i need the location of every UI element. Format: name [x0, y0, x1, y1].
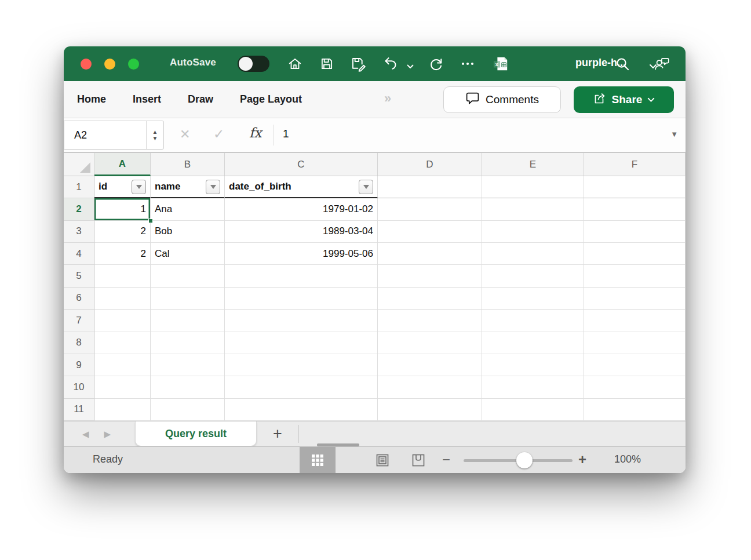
row-header-5[interactable]: 5 — [64, 265, 94, 287]
cell-F6[interactable] — [584, 288, 686, 310]
cell-A9[interactable] — [94, 354, 151, 376]
column-header-D[interactable]: D — [378, 153, 482, 176]
cell-D9[interactable] — [378, 354, 482, 376]
cell-C8[interactable] — [225, 332, 378, 354]
normal-view-button[interactable] — [300, 447, 336, 473]
sheet-tab-query-result[interactable]: Query result — [135, 421, 257, 446]
cell-A10[interactable] — [94, 376, 151, 398]
column-header-A[interactable]: A — [94, 153, 151, 176]
save-icon[interactable] — [319, 56, 335, 72]
cell-A8[interactable] — [94, 332, 151, 354]
row-header-1[interactable]: 1 — [64, 176, 94, 198]
zoom-out-button[interactable]: − — [442, 452, 450, 468]
row-header-11[interactable]: 11 — [64, 399, 94, 421]
tab-page-layout[interactable]: Page Layout — [240, 93, 302, 106]
minimize-window-button[interactable] — [104, 59, 115, 70]
cell-C2[interactable]: 1979-01-02 — [225, 198, 378, 220]
row-header-6[interactable]: 6 — [64, 288, 94, 310]
more-commands-icon[interactable] — [460, 56, 476, 72]
zoom-in-button[interactable]: + — [578, 452, 586, 468]
tab-home[interactable]: Home — [77, 93, 106, 106]
zoom-slider-knob[interactable] — [516, 452, 533, 468]
column-header-E[interactable]: E — [482, 153, 584, 176]
cell-D11[interactable] — [378, 399, 482, 421]
cell-B3[interactable]: Bob — [151, 221, 225, 243]
cell-B5[interactable] — [151, 265, 225, 287]
cell-D8[interactable] — [378, 332, 482, 354]
cell-A7[interactable] — [94, 310, 151, 332]
contacts-icon[interactable] — [654, 56, 670, 72]
previous-sheet-icon[interactable]: ◀ — [82, 429, 89, 439]
cell-F8[interactable] — [584, 332, 686, 354]
cell-A6[interactable] — [94, 288, 151, 310]
confirm-entry-icon[interactable]: ✓ — [213, 126, 224, 142]
cell-E9[interactable] — [482, 354, 584, 376]
autosave-toggle[interactable] — [238, 56, 269, 72]
column-header-B[interactable]: B — [151, 153, 225, 176]
cell-E5[interactable] — [482, 265, 584, 287]
cell-A3[interactable]: 2 — [94, 221, 151, 243]
insert-function-icon[interactable]: fx — [249, 125, 261, 140]
cell-B10[interactable] — [151, 376, 225, 398]
cell-A4[interactable]: 2 — [94, 243, 151, 265]
next-sheet-icon[interactable]: ▶ — [104, 429, 111, 439]
cell-E2[interactable] — [482, 198, 584, 220]
cell-B11[interactable] — [151, 399, 225, 421]
row-header-7[interactable]: 7 — [64, 310, 94, 332]
filter-button-A[interactable] — [132, 180, 146, 194]
name-box-spinner[interactable]: ▲ ▼ — [146, 121, 163, 149]
cell-E1[interactable] — [482, 176, 584, 198]
cell-F7[interactable] — [584, 310, 686, 332]
zoom-level[interactable]: 100% — [607, 453, 648, 466]
cell-C11[interactable] — [225, 399, 378, 421]
formula-input[interactable]: 1 — [283, 128, 289, 140]
search-icon[interactable] — [614, 56, 630, 72]
cell-E10[interactable] — [482, 376, 584, 398]
cell-F2[interactable] — [584, 198, 686, 220]
cell-B1[interactable]: name — [151, 176, 225, 198]
cell-A5[interactable] — [94, 265, 151, 287]
row-header-3[interactable]: 3 — [64, 221, 94, 243]
cancel-entry-icon[interactable]: ✕ — [180, 127, 190, 142]
cell-B7[interactable] — [151, 310, 225, 332]
expand-formula-bar-icon[interactable]: ▼ — [670, 130, 678, 139]
fill-handle[interactable] — [148, 219, 153, 223]
save-as-icon[interactable] — [350, 56, 366, 72]
row-header-9[interactable]: 9 — [64, 354, 94, 376]
cell-C6[interactable] — [225, 288, 378, 310]
name-box[interactable]: A2 ▲ ▼ — [64, 121, 164, 150]
cell-F4[interactable] — [584, 243, 686, 265]
cell-C5[interactable] — [225, 265, 378, 287]
cell-E8[interactable] — [482, 332, 584, 354]
redo-icon[interactable] — [428, 56, 444, 72]
cell-D4[interactable] — [378, 243, 482, 265]
cell-F1[interactable] — [584, 176, 686, 198]
row-header-4[interactable]: 4 — [64, 243, 94, 265]
cell-B2[interactable]: Ana — [151, 198, 225, 220]
cell-F11[interactable] — [584, 399, 686, 421]
cell-D1[interactable] — [378, 176, 482, 198]
fullscreen-window-button[interactable] — [128, 59, 139, 70]
ribbon-overflow-icon[interactable]: » — [384, 91, 392, 106]
select-all-corner[interactable] — [64, 153, 94, 176]
undo-dropdown-icon[interactable] — [407, 61, 414, 71]
tab-draw[interactable]: Draw — [188, 93, 213, 106]
cell-A2[interactable]: 1 — [94, 198, 151, 220]
cell-reference[interactable]: A2 — [64, 129, 146, 141]
cell-B6[interactable] — [151, 288, 225, 310]
cell-B8[interactable] — [151, 332, 225, 354]
cell-E4[interactable] — [482, 243, 584, 265]
cell-C1[interactable]: date_of_birth — [225, 176, 378, 198]
filter-button-C[interactable] — [359, 180, 373, 194]
cell-D2[interactable] — [378, 198, 482, 220]
cell-D3[interactable] — [378, 221, 482, 243]
home-icon[interactable] — [287, 56, 303, 72]
row-header-8[interactable]: 8 — [64, 332, 94, 354]
cell-F9[interactable] — [584, 354, 686, 376]
spinner-down-icon[interactable]: ▼ — [152, 135, 158, 141]
cell-F5[interactable] — [584, 265, 686, 287]
page-layout-view-button[interactable] — [364, 447, 400, 473]
row-header-2[interactable]: 2 — [64, 198, 94, 220]
comments-button[interactable]: Comments — [443, 86, 561, 113]
spinner-up-icon[interactable]: ▲ — [152, 129, 158, 135]
